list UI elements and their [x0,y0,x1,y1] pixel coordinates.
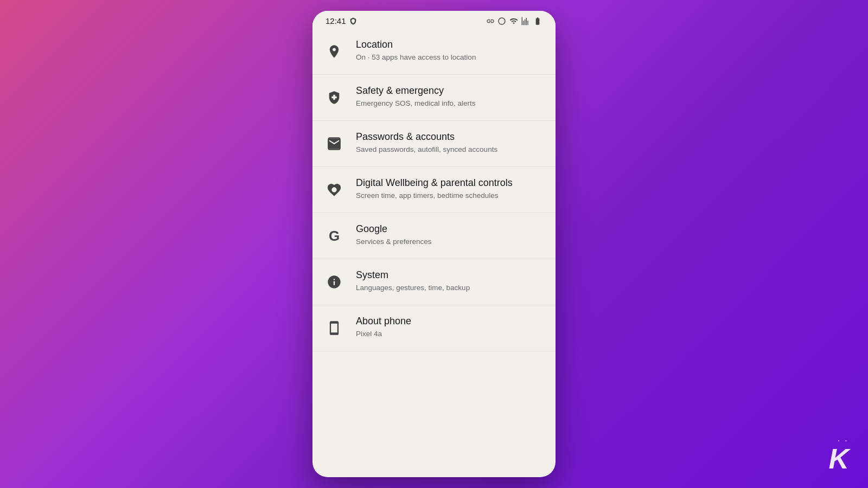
list-item[interactable]: Safety & emergency Emergency SOS, medica… [312,75,556,121]
passwords-text: Passwords & accounts Saved passwords, au… [356,131,545,155]
svg-point-1 [331,187,336,192]
wellbeing-icon [321,177,347,203]
location-text: Location On · 53 apps have access to loc… [356,38,545,63]
location-title: Location [356,38,545,51]
safety-title: Safety & emergency [356,85,545,97]
passwords-title: Passwords & accounts [356,131,545,143]
google-subtitle: Services & preferences [356,237,545,247]
status-bar: 12:41 [312,11,556,29]
watermark-k: K [828,443,848,474]
passwords-subtitle: Saved passwords, autofill, synced accoun… [356,145,545,155]
wellbeing-title: Digital Wellbeing & parental controls [356,177,545,189]
settings-list: Location On · 53 apps have access to loc… [312,29,556,477]
phone-container: 12:41 [312,11,556,477]
wifi-icon [509,17,519,25]
wellbeing-subtitle: Screen time, app timers, bedtime schedul… [356,191,545,201]
time-text: 12:41 [326,16,346,25]
status-time: 12:41 [326,16,357,25]
signal-icon [521,17,530,25]
link-icon [486,17,495,25]
passwords-icon [321,131,347,157]
watermark: · · K [828,436,848,475]
google-text: Google Services & preferences [356,223,545,247]
list-item[interactable]: About phone Pixel 4a [312,305,556,351]
wellbeing-text: Digital Wellbeing & parental controls Sc… [356,177,545,201]
list-item[interactable]: Digital Wellbeing & parental controls Sc… [312,167,556,213]
about-icon [321,315,347,341]
focus-icon [497,17,506,25]
list-item[interactable]: G Google Services & preferences [312,213,556,259]
status-icons [486,17,542,25]
about-title: About phone [356,315,545,328]
location-subtitle: On · 53 apps have access to location [356,53,545,63]
google-title: Google [356,223,545,235]
location-icon [321,38,347,65]
safety-text: Safety & emergency Emergency SOS, medica… [356,85,545,109]
safety-subtitle: Emergency SOS, medical info, alerts [356,99,545,109]
system-subtitle: Languages, gestures, time, backup [356,283,545,293]
about-text: About phone Pixel 4a [356,315,545,339]
list-item[interactable]: Location On · 53 apps have access to loc… [312,29,556,75]
list-item[interactable]: System Languages, gestures, time, backup [312,259,556,305]
shield-icon [349,17,357,25]
google-g-letter: G [329,228,340,245]
system-title: System [356,269,545,281]
google-icon: G [321,223,347,249]
system-text: System Languages, gestures, time, backup [356,269,545,293]
list-item[interactable]: Passwords & accounts Saved passwords, au… [312,121,556,167]
battery-icon [533,17,542,25]
about-subtitle: Pixel 4a [356,329,545,339]
safety-icon [321,85,347,111]
system-icon [321,269,347,295]
